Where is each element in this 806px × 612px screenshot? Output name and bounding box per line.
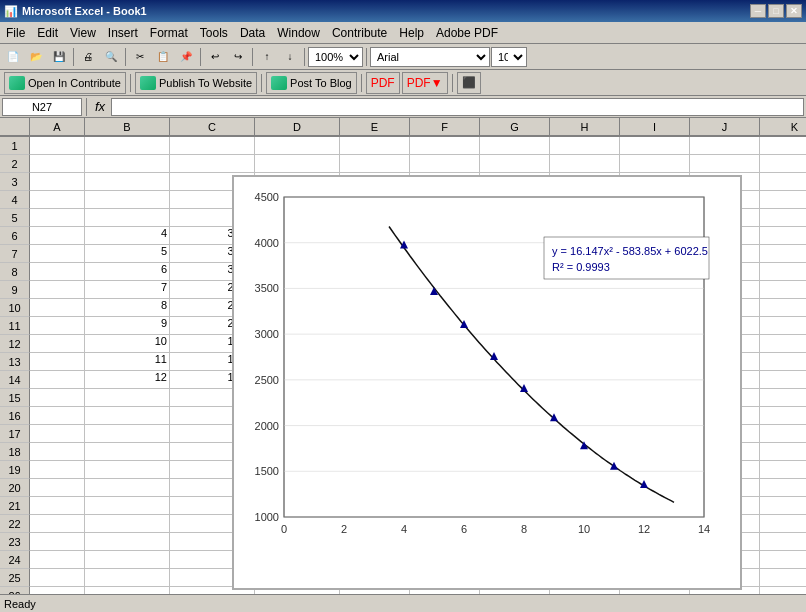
cell-A4[interactable] (30, 191, 85, 209)
cell-A11[interactable] (30, 317, 85, 335)
cell-B5[interactable] (85, 209, 170, 227)
cell-K9[interactable] (760, 281, 806, 299)
cell-A1[interactable] (30, 137, 85, 155)
cell-A6[interactable] (30, 227, 85, 245)
cell-J1[interactable] (690, 137, 760, 155)
cell-B22[interactable] (85, 515, 170, 533)
cell-K8[interactable] (760, 263, 806, 281)
cell-G2[interactable] (480, 155, 550, 173)
cell-B17[interactable] (85, 425, 170, 443)
row-num-11[interactable]: 11 (0, 317, 30, 335)
row-num-23[interactable]: 23 (0, 533, 30, 551)
post-to-blog-button[interactable]: Post To Blog (266, 72, 357, 94)
pdf-button-2[interactable]: PDF▼ (402, 72, 448, 94)
cell-A23[interactable] (30, 533, 85, 551)
menu-window[interactable]: Window (271, 22, 326, 43)
cell-K6[interactable] (760, 227, 806, 245)
cell-B21[interactable] (85, 497, 170, 515)
cell-C1[interactable] (170, 137, 255, 155)
formula-input[interactable] (111, 98, 804, 116)
col-header-h[interactable]: H (550, 118, 620, 136)
cell-K11[interactable] (760, 317, 806, 335)
cell-B4[interactable] (85, 191, 170, 209)
row-num-13[interactable]: 13 (0, 353, 30, 371)
window-controls[interactable]: ─ □ ✕ (750, 4, 802, 18)
cell-B7[interactable]: 5 (85, 245, 170, 263)
cell-A17[interactable] (30, 425, 85, 443)
minimize-button[interactable]: ─ (750, 4, 766, 18)
publish-to-website-button[interactable]: Publish To Website (135, 72, 257, 94)
cell-K10[interactable] (760, 299, 806, 317)
cell-B20[interactable] (85, 479, 170, 497)
menu-contribute[interactable]: Contribute (326, 22, 393, 43)
cell-K22[interactable] (760, 515, 806, 533)
row-num-18[interactable]: 18 (0, 443, 30, 461)
row-num-2[interactable]: 2 (0, 155, 30, 173)
cell-K23[interactable] (760, 533, 806, 551)
extra-button[interactable]: ⬛ (457, 72, 481, 94)
cell-K12[interactable] (760, 335, 806, 353)
cell-K17[interactable] (760, 425, 806, 443)
open-in-contribute-button[interactable]: Open In Contribute (4, 72, 126, 94)
cell-K13[interactable] (760, 353, 806, 371)
paste-button[interactable]: 📌 (175, 46, 197, 68)
cell-A3[interactable] (30, 173, 85, 191)
row-num-7[interactable]: 7 (0, 245, 30, 263)
cell-E1[interactable] (340, 137, 410, 155)
cell-A7[interactable] (30, 245, 85, 263)
row-num-16[interactable]: 16 (0, 407, 30, 425)
cell-B25[interactable] (85, 569, 170, 587)
cell-A16[interactable] (30, 407, 85, 425)
row-num-4[interactable]: 4 (0, 191, 30, 209)
cell-B13[interactable]: 11 (85, 353, 170, 371)
cell-K4[interactable] (760, 191, 806, 209)
cell-K16[interactable] (760, 407, 806, 425)
cell-A24[interactable] (30, 551, 85, 569)
cell-B16[interactable] (85, 407, 170, 425)
row-num-10[interactable]: 10 (0, 299, 30, 317)
row-num-19[interactable]: 19 (0, 461, 30, 479)
cell-B11[interactable]: 9 (85, 317, 170, 335)
cell-A12[interactable] (30, 335, 85, 353)
cell-H2[interactable] (550, 155, 620, 173)
cell-K2[interactable] (760, 155, 806, 173)
cell-D1[interactable] (255, 137, 340, 155)
redo-button[interactable]: ↪ (227, 46, 249, 68)
col-header-g[interactable]: G (480, 118, 550, 136)
undo-button[interactable]: ↩ (204, 46, 226, 68)
row-num-20[interactable]: 20 (0, 479, 30, 497)
open-button[interactable]: 📂 (25, 46, 47, 68)
row-num-21[interactable]: 21 (0, 497, 30, 515)
col-header-a[interactable]: A (30, 118, 85, 136)
col-header-f[interactable]: F (410, 118, 480, 136)
cell-K14[interactable] (760, 371, 806, 389)
cell-K20[interactable] (760, 479, 806, 497)
cell-A18[interactable] (30, 443, 85, 461)
col-header-e[interactable]: E (340, 118, 410, 136)
name-box[interactable] (2, 98, 82, 116)
cell-B19[interactable] (85, 461, 170, 479)
row-num-24[interactable]: 24 (0, 551, 30, 569)
cell-A20[interactable] (30, 479, 85, 497)
font-size-select[interactable]: 10 8 12 (491, 47, 527, 67)
cell-A9[interactable] (30, 281, 85, 299)
copy-button[interactable]: 📋 (152, 46, 174, 68)
menu-edit[interactable]: Edit (31, 22, 64, 43)
row-num-5[interactable]: 5 (0, 209, 30, 227)
cell-K15[interactable] (760, 389, 806, 407)
pdf-button-1[interactable]: PDF (366, 72, 400, 94)
cell-K25[interactable] (760, 569, 806, 587)
cell-K3[interactable] (760, 173, 806, 191)
cell-B15[interactable] (85, 389, 170, 407)
menu-format[interactable]: Format (144, 22, 194, 43)
sort-desc-button[interactable]: ↓ (279, 46, 301, 68)
menu-tools[interactable]: Tools (194, 22, 234, 43)
cell-B6[interactable]: 4 (85, 227, 170, 245)
cell-B14[interactable]: 12 (85, 371, 170, 389)
cell-B3[interactable] (85, 173, 170, 191)
col-header-d[interactable]: D (255, 118, 340, 136)
cell-G1[interactable] (480, 137, 550, 155)
row-num-17[interactable]: 17 (0, 425, 30, 443)
cell-C2[interactable] (170, 155, 255, 173)
cell-A5[interactable] (30, 209, 85, 227)
